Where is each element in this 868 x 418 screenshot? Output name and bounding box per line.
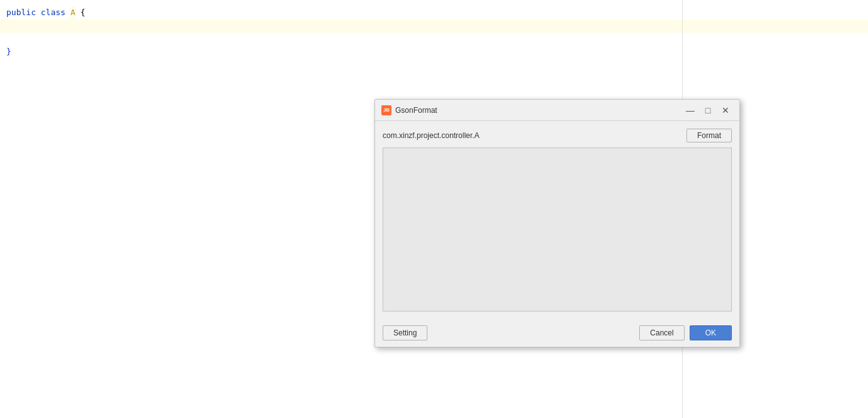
footer-right-buttons: Cancel OK — [639, 325, 732, 340]
dialog-body: com.xinzf.project.controller.A Format — [375, 121, 739, 320]
json-input-textarea[interactable] — [383, 148, 732, 311]
dialog-window-controls: — □ ✕ — [683, 104, 733, 117]
cancel-button[interactable]: Cancel — [639, 325, 684, 340]
title-left: JB GsonFormat — [381, 105, 437, 115]
dialog-logo-icon: JB — [381, 105, 391, 115]
ok-button[interactable]: OK — [690, 325, 732, 340]
dialog-titlebar: JB GsonFormat — □ ✕ — [375, 100, 739, 121]
dialog-title-text: GsonFormat — [395, 106, 437, 115]
format-button[interactable]: Format — [686, 129, 732, 142]
gson-format-dialog: JB GsonFormat — □ ✕ com.xinzf.project.co… — [374, 99, 740, 347]
dialog-top-row: com.xinzf.project.controller.A Format — [383, 129, 732, 142]
close-button[interactable]: ✕ — [718, 104, 733, 117]
minimize-button[interactable]: — — [683, 104, 698, 117]
dialog-footer: Setting Cancel OK — [375, 320, 739, 347]
class-path-label: com.xinzf.project.controller.A — [383, 131, 479, 140]
maximize-button[interactable]: □ — [700, 104, 715, 117]
dialog-overlay: JB GsonFormat — □ ✕ com.xinzf.project.co… — [0, 0, 868, 418]
setting-button[interactable]: Setting — [383, 325, 427, 340]
